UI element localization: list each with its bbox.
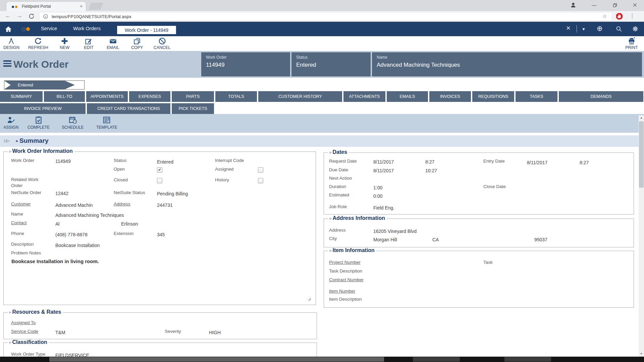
tab-row-1: SUMMARY BILL-TO APPOINTMENTS EXPENSES PA… [0, 91, 643, 102]
refresh-button[interactable]: REFRESH [28, 37, 48, 50]
copy-button[interactable]: COPY [129, 37, 145, 50]
schedule-calendar-icon [68, 116, 77, 124]
item-number-link[interactable]: Item Number [329, 289, 355, 294]
browser-tab[interactable]: Fieldpoint Portal × [6, 1, 86, 11]
cancel-button[interactable]: CANCEL [154, 37, 171, 50]
nav-close-icon[interactable]: × [566, 24, 571, 33]
new-button[interactable]: NEW [57, 37, 72, 50]
tab-close-icon[interactable]: × [80, 4, 83, 9]
customer-link[interactable]: Customer [11, 201, 31, 206]
due-time-value: 10:27 [425, 168, 437, 173]
tab-bill-to[interactable]: BILL-TO [44, 91, 85, 102]
tab-appointments[interactable]: APPOINTMENTS [86, 91, 128, 102]
problem-notes-textarea[interactable]: Bookcase Installation in living room. [8, 255, 312, 302]
address-information-legend[interactable]: ▹Address Information [328, 215, 387, 221]
edit-button[interactable]: EDIT [81, 37, 97, 50]
expand-all-icon[interactable]: ▷▷ [4, 138, 9, 143]
browser-refresh-icon[interactable] [28, 13, 35, 19]
assigned-to-link[interactable]: Assigned To [11, 320, 36, 325]
item-information-legend[interactable]: ▹Item Information [328, 247, 376, 253]
browser-menu-icon[interactable]: ⋮ [629, 12, 635, 19]
scroll-up-icon[interactable]: ▲ [639, 115, 644, 121]
schedule-button[interactable]: SCHEDULE [62, 116, 84, 130]
header-status-value: Entered [296, 62, 316, 68]
tab-parts[interactable]: PARTS [172, 91, 214, 102]
bookmark-star-icon[interactable]: ☆ [602, 13, 607, 19]
closed-checkbox[interactable] [157, 178, 162, 183]
tab-totals[interactable]: TOTALS [215, 91, 257, 102]
nav-work-orders[interactable]: Work Orders [73, 26, 101, 31]
window-close-button[interactable] [630, 1, 640, 9]
contact-last-value: Erlinson [121, 221, 138, 227]
nav-active-tab[interactable]: Work Order - 114949 [117, 26, 176, 34]
job-role-value: Field Eng. [373, 205, 394, 210]
city-label: City [329, 236, 337, 241]
horizontal-scrollbar[interactable] [0, 357, 644, 362]
tab-attachments[interactable]: ATTACHMENTS [343, 91, 385, 102]
work-order-type-label: Work Order Type [11, 352, 45, 357]
horizontal-scrollbar-thumb[interactable] [49, 357, 384, 362]
classification-legend[interactable]: ▹Classification [8, 339, 49, 345]
assigned-checkbox[interactable] [258, 167, 263, 173]
adblock-hand-icon[interactable] [616, 13, 623, 20]
screen: Fieldpoint Portal × — ← → tempus/FP10QAN… [0, 0, 644, 362]
assign-button[interactable]: ASSIGN [3, 116, 18, 130]
tab-demands[interactable]: DEMANDS [559, 91, 643, 102]
contact-link[interactable]: Contact [11, 220, 27, 225]
severity-label: Severity [165, 329, 181, 334]
nav-settings-gear-icon[interactable] [632, 25, 639, 32]
tab-credit-card-transactions[interactable]: CREDIT CARD TRANSACTIONS [87, 103, 170, 114]
template-button[interactable]: TEMPLATE [96, 116, 117, 130]
tab-pick-tickets[interactable]: PICK TICKETS [172, 103, 214, 114]
history-checkbox[interactable] [258, 178, 263, 183]
nav-dropdown-icon[interactable]: ▼ [582, 27, 586, 32]
name-value: Advanced Machining Techniques [55, 213, 124, 218]
project-number-link[interactable]: Project Number [329, 260, 361, 265]
favicon-orange-dot [15, 6, 17, 8]
browser-forward-icon[interactable]: → [16, 12, 22, 19]
window-minimize-button[interactable]: — [589, 1, 599, 9]
work-order-information-legend[interactable]: ▹Work Order Information [8, 148, 74, 154]
print-button[interactable]: PRINT [624, 37, 639, 50]
home-icon[interactable] [5, 25, 12, 33]
legend-marker-icon: ▹ [330, 150, 332, 154]
tab-expenses[interactable]: EXPENSES [129, 91, 170, 102]
url-field[interactable]: tempus/FP10QANETSUITE/Portal.aspx ☆ [40, 12, 612, 20]
resources-rates-legend[interactable]: ▹Resources & Rates [8, 309, 63, 315]
contract-number-link[interactable]: Contract Number [329, 277, 364, 282]
service-code-link[interactable]: Service Code [11, 329, 38, 334]
textarea-resize-grip[interactable] [307, 297, 311, 301]
complete-button[interactable]: COMPLETE [28, 116, 50, 130]
scroll-down-icon[interactable]: ▼ [639, 351, 644, 357]
window-maximize-button[interactable] [610, 1, 620, 9]
tab-invoice-preview[interactable]: INVOICE PREVIEW [0, 103, 86, 114]
tab-emails[interactable]: EMAILS [387, 91, 428, 102]
vertical-scrollbar[interactable]: ▲ ▼ [639, 115, 644, 357]
browser-profile-icon[interactable] [568, 1, 578, 9]
tab-requisitions[interactable]: REQUISITIONS [472, 91, 514, 102]
close-date-label: Close Date [483, 184, 506, 189]
print-label: PRINT [625, 45, 638, 50]
info-icon[interactable] [43, 14, 48, 19]
open-checkbox[interactable]: ✔ [157, 167, 162, 173]
email-button[interactable]: EMAIL [105, 37, 121, 50]
tab-tasks[interactable]: TASKS [516, 91, 557, 102]
design-button[interactable]: DESIGN [3, 37, 19, 50]
address-link[interactable]: Address [114, 201, 130, 206]
browser-back-icon[interactable]: ← [5, 12, 11, 19]
nav-add-icon[interactable]: ⊕ [597, 24, 603, 33]
task-label: Task [483, 260, 493, 265]
new-tab-button[interactable] [89, 3, 103, 10]
tab-invoices[interactable]: INVOICES [429, 91, 471, 102]
vertical-scrollbar-thumb[interactable] [639, 121, 644, 188]
tab-summary[interactable]: SUMMARY [0, 91, 43, 102]
work-order-label: Work Order [11, 158, 35, 163]
nav-search-icon[interactable] [615, 25, 622, 32]
assign-person-icon [7, 116, 15, 124]
menu-hamburger-icon[interactable] [3, 60, 11, 68]
related-work-order-label: Related Work Order [11, 177, 45, 189]
summary-section-title[interactable]: Summary [19, 137, 49, 144]
nav-service[interactable]: Service [41, 26, 57, 31]
dates-legend[interactable]: ▹Dates [328, 149, 349, 155]
tab-customer-history[interactable]: CUSTOMER HISTORY [258, 91, 342, 102]
